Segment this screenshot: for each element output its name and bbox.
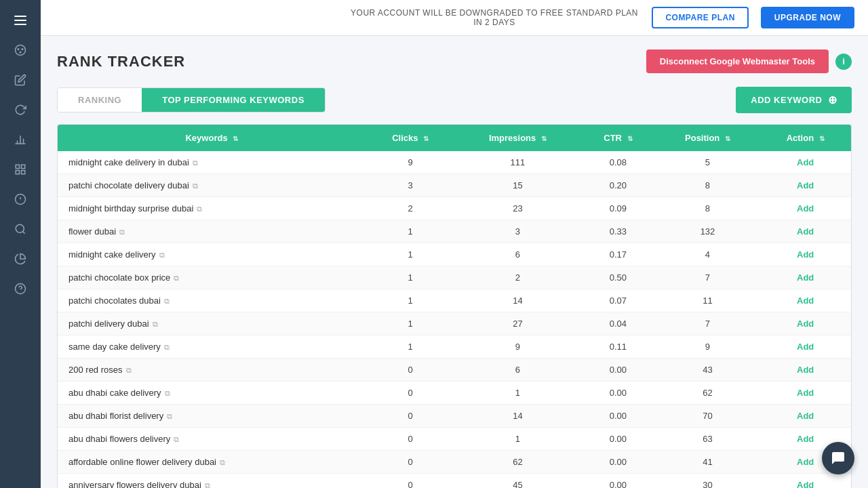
keyword-cell: patchi chocolates dubai⧉ bbox=[58, 289, 366, 312]
add-keyword-link[interactable]: Add bbox=[797, 365, 814, 375]
search-icon[interactable] bbox=[8, 217, 33, 241]
clicks-cell: 1 bbox=[366, 243, 455, 266]
add-keyword-link[interactable]: Add bbox=[797, 342, 814, 352]
ctr-cell: 0.20 bbox=[580, 174, 655, 197]
action-cell: Add bbox=[760, 197, 851, 220]
ctr-cell: 0.00 bbox=[580, 451, 655, 474]
add-keyword-link[interactable]: Add bbox=[797, 296, 814, 306]
table-row: patchi chocolate box price⧉ 1 2 0.50 7 A… bbox=[58, 266, 851, 289]
tab-ranking[interactable]: RANKING bbox=[58, 88, 142, 112]
keyword-cell: anniversary flowers delivery dubai⧉ bbox=[58, 474, 366, 489]
add-keyword-label: ADD KEYWORD bbox=[751, 95, 822, 105]
svg-rect-11 bbox=[16, 165, 19, 168]
external-link-icon[interactable]: ⧉ bbox=[164, 297, 170, 305]
external-link-icon[interactable]: ⧉ bbox=[167, 412, 172, 420]
action-cell: Add bbox=[760, 405, 851, 428]
external-link-icon[interactable]: ⧉ bbox=[174, 274, 179, 282]
sort-keywords-icon[interactable]: ⇅ bbox=[233, 135, 238, 142]
tab-top-keywords[interactable]: TOP PERFORMING KEYWORDS bbox=[142, 88, 325, 112]
external-link-icon[interactable]: ⧉ bbox=[126, 366, 132, 374]
impressions-cell: 23 bbox=[455, 197, 581, 220]
svg-point-5 bbox=[22, 48, 24, 50]
position-cell: 41 bbox=[656, 451, 760, 474]
action-cell: Add bbox=[760, 336, 851, 359]
external-link-icon[interactable]: ⧉ bbox=[205, 481, 210, 488]
add-keyword-button[interactable]: ADD KEYWORD ⊕ bbox=[736, 87, 852, 113]
position-cell: 7 bbox=[656, 266, 760, 289]
impressions-cell: 27 bbox=[455, 312, 581, 336]
external-link-icon[interactable]: ⧉ bbox=[164, 343, 170, 351]
external-link-icon[interactable]: ⧉ bbox=[165, 389, 170, 397]
add-keyword-link[interactable]: Add bbox=[797, 434, 814, 444]
external-link-icon[interactable]: ⧉ bbox=[174, 435, 179, 443]
col-keywords: Keywords ⇅ bbox=[58, 125, 366, 151]
external-link-icon[interactable]: ⧉ bbox=[193, 159, 198, 167]
impressions-cell: 6 bbox=[455, 359, 581, 382]
clicks-cell: 1 bbox=[366, 289, 455, 312]
clicks-cell: 0 bbox=[366, 382, 455, 405]
ctr-cell: 0.11 bbox=[580, 336, 655, 359]
ctr-cell: 0.00 bbox=[580, 474, 655, 489]
add-keyword-link[interactable]: Add bbox=[797, 249, 814, 260]
external-link-icon[interactable]: ⧉ bbox=[193, 182, 198, 190]
position-cell: 70 bbox=[656, 405, 760, 428]
svg-point-4 bbox=[18, 48, 20, 50]
alert-icon[interactable] bbox=[8, 187, 33, 211]
sort-action-icon[interactable]: ⇅ bbox=[819, 135, 825, 142]
clicks-cell: 0 bbox=[366, 405, 455, 428]
action-cell: Add bbox=[760, 382, 851, 405]
table-row: abu dhabi flowers delivery⧉ 0 1 0.00 63 … bbox=[58, 428, 851, 451]
external-link-icon[interactable]: ⧉ bbox=[153, 320, 158, 328]
palette-icon[interactable] bbox=[8, 38, 33, 62]
external-link-icon[interactable]: ⧉ bbox=[159, 251, 165, 259]
clicks-cell: 1 bbox=[366, 336, 455, 359]
add-keyword-link[interactable]: Add bbox=[797, 203, 814, 214]
clicks-cell: 1 bbox=[366, 266, 455, 289]
position-cell: 62 bbox=[656, 382, 760, 405]
pie-icon[interactable] bbox=[8, 247, 33, 271]
sort-ctr-icon[interactable]: ⇅ bbox=[627, 135, 633, 142]
refresh-icon[interactable] bbox=[8, 98, 33, 122]
table-row: 200 red roses⧉ 0 6 0.00 43 Add bbox=[58, 359, 851, 382]
add-keyword-link[interactable]: Add bbox=[797, 480, 814, 488]
info-icon[interactable]: i bbox=[835, 54, 852, 70]
external-link-icon[interactable]: ⧉ bbox=[119, 228, 125, 236]
add-keyword-link[interactable]: Add bbox=[797, 180, 814, 190]
help-icon[interactable] bbox=[8, 277, 33, 301]
clicks-cell: 0 bbox=[366, 359, 455, 382]
external-link-icon[interactable]: ⧉ bbox=[197, 205, 202, 213]
sort-clicks-icon[interactable]: ⇅ bbox=[423, 135, 429, 142]
menu-icon[interactable] bbox=[8, 8, 33, 33]
svg-rect-14 bbox=[22, 171, 25, 174]
add-keyword-link[interactable]: Add bbox=[797, 319, 814, 329]
upgrade-now-button[interactable]: UPGRADE NOW bbox=[761, 7, 854, 28]
grid-icon[interactable] bbox=[8, 157, 33, 182]
keyword-cell: abu dhabi flowers delivery⧉ bbox=[58, 428, 366, 451]
add-keyword-link[interactable]: Add bbox=[797, 157, 814, 167]
chat-bubble[interactable] bbox=[822, 442, 854, 474]
chart-bar-icon[interactable] bbox=[8, 127, 33, 152]
table-row: midnight cake delivery⧉ 1 6 0.17 4 Add bbox=[58, 243, 851, 266]
clicks-cell: 3 bbox=[366, 174, 455, 197]
page-header: RANK TRACKER Disconnect Google Webmaster… bbox=[57, 49, 852, 73]
action-cell: Add bbox=[760, 474, 851, 489]
add-keyword-link[interactable]: Add bbox=[797, 226, 814, 237]
add-keyword-link[interactable]: Add bbox=[797, 388, 814, 398]
svg-rect-12 bbox=[22, 165, 25, 168]
add-keyword-link[interactable]: Add bbox=[797, 272, 814, 283]
sort-position-icon[interactable]: ⇅ bbox=[725, 135, 730, 142]
table-row: midnight birthday surprise dubai⧉ 2 23 0… bbox=[58, 197, 851, 220]
compare-plan-button[interactable]: COMPARE PLAN bbox=[652, 7, 748, 28]
keyword-cell: abu dhabi florist delivery⧉ bbox=[58, 405, 366, 428]
disconnect-button[interactable]: Disconnect Google Webmaster Tools bbox=[646, 49, 829, 73]
add-keyword-link[interactable]: Add bbox=[797, 411, 814, 421]
add-keyword-link[interactable]: Add bbox=[797, 457, 814, 467]
edit-icon[interactable] bbox=[8, 68, 33, 92]
ctr-cell: 0.04 bbox=[580, 312, 655, 336]
action-cell: Add bbox=[760, 174, 851, 197]
page-title: RANK TRACKER bbox=[57, 53, 185, 70]
tabs-bar: RANKING TOP PERFORMING KEYWORDS ADD KEYW… bbox=[57, 87, 852, 113]
col-clicks: Clicks ⇅ bbox=[366, 125, 455, 151]
sort-impressions-icon[interactable]: ⇅ bbox=[541, 135, 547, 142]
external-link-icon[interactable]: ⧉ bbox=[220, 458, 225, 466]
